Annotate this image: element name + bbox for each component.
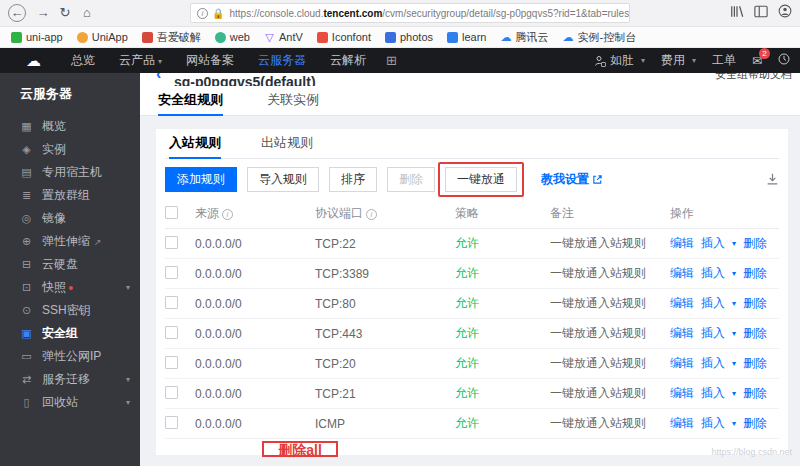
url-bar[interactable]: i 🔒 https://console.cloud.tencent.com/cv…	[190, 3, 630, 23]
detail-tab[interactable]: 关联实例	[267, 86, 319, 116]
billing-menu[interactable]: 费用 ▾	[661, 52, 696, 69]
forward-icon[interactable]: →	[32, 3, 54, 23]
import-rule-button[interactable]: 导入规则	[247, 167, 319, 192]
row-checkbox[interactable]	[165, 266, 178, 279]
open-all-ports-button[interactable]: 一键放通	[445, 167, 517, 192]
bookmark-item[interactable]: learn	[442, 29, 491, 45]
edit-link[interactable]: 编辑	[670, 265, 694, 282]
sidebar-item-ssh-key[interactable]: ⊙ SSH密钥	[0, 299, 140, 322]
nav-item[interactable]: 云产品▾	[107, 52, 174, 69]
delete-link[interactable]: 删除	[743, 355, 767, 372]
bookmark-item[interactable]: photos	[380, 29, 438, 45]
sidebar-item-overview[interactable]: ▦ 概览	[0, 115, 140, 138]
sidebar-item-security-group[interactable]: ▣ 安全组	[0, 322, 140, 345]
sidebar-item-images[interactable]: ◎ 镜像	[0, 207, 140, 230]
sidebar-item-instances[interactable]: ◈ 实例	[0, 138, 140, 161]
bookmark-item[interactable]: web	[210, 29, 255, 45]
insert-link[interactable]: 插入	[701, 385, 725, 402]
ticket-menu[interactable]: 工单	[712, 52, 736, 69]
info-icon[interactable]: i	[366, 209, 377, 220]
chevron-down-icon[interactable]: ▾	[732, 359, 736, 368]
sidebar-item-snapshot[interactable]: ⊡ 快照 ▾	[0, 276, 140, 299]
insert-link[interactable]: 插入	[701, 325, 725, 342]
row-checkbox[interactable]	[165, 296, 178, 309]
nav-item[interactable]: 网站备案	[174, 52, 246, 69]
chevron-down-icon[interactable]: ▾	[732, 329, 736, 338]
teach-me-link[interactable]: 教我设置	[541, 171, 603, 188]
info-icon[interactable]: i	[222, 209, 233, 220]
bookmark-label: photos	[400, 31, 433, 43]
info-icon[interactable]: i	[197, 8, 208, 19]
account-icon[interactable]	[778, 4, 792, 22]
back-icon[interactable]: ←	[8, 4, 26, 22]
sort-button[interactable]: 排序	[329, 167, 377, 192]
edit-link[interactable]: 编辑	[670, 355, 694, 372]
nav-item[interactable]: 云服务器	[246, 52, 318, 69]
sidebar-item-cloud-disk[interactable]: ⊟ 云硬盘	[0, 253, 140, 276]
bookmark-label: 实例-控制台	[577, 30, 636, 45]
row-checkbox[interactable]	[165, 356, 178, 369]
edit-link[interactable]: 编辑	[670, 415, 694, 432]
insert-link[interactable]: 插入	[701, 295, 725, 312]
library-icon[interactable]	[730, 4, 744, 22]
sidebar-item-placement-group[interactable]: ≣ 置放群组	[0, 184, 140, 207]
back-arrow-icon[interactable]: ‹	[156, 73, 161, 83]
delete-link[interactable]: 删除	[743, 265, 767, 282]
rule-tab[interactable]: 入站规则	[169, 129, 221, 159]
bookmark-item[interactable]: 吾爱破解	[137, 28, 206, 47]
delete-link[interactable]: 删除	[743, 415, 767, 432]
bookmark-item[interactable]: Iconfont	[312, 29, 376, 45]
bookmark-item[interactable]: ▽ AntV	[259, 29, 308, 45]
chevron-down-icon[interactable]: ▾	[732, 239, 736, 248]
sidebar-item-auto-scaling[interactable]: ⊕ 弹性伸缩 ↗	[0, 230, 140, 253]
edit-link[interactable]: 编辑	[670, 235, 694, 252]
edit-link[interactable]: 编辑	[670, 325, 694, 342]
sidebar-panel-icon[interactable]	[754, 4, 768, 22]
nav-item-label: 云解析	[330, 53, 366, 67]
insert-link[interactable]: 插入	[701, 415, 725, 432]
edit-link[interactable]: 编辑	[670, 295, 694, 312]
delete-link[interactable]: 删除	[743, 235, 767, 252]
bookmark-item[interactable]: ☁ 腾讯云	[495, 28, 553, 47]
chevron-down-icon[interactable]: ▾	[732, 299, 736, 308]
tencent-cloud-logo-icon[interactable]: ☁	[26, 52, 41, 70]
select-all-checkbox[interactable]	[165, 206, 178, 219]
history-clock-icon[interactable]	[778, 53, 790, 68]
add-rule-button[interactable]: 添加规则	[165, 167, 237, 192]
insert-link[interactable]: 插入	[701, 235, 725, 252]
bookmark-item[interactable]: UniApp	[72, 29, 133, 45]
bookmark-item[interactable]: ☁ 实例-控制台	[557, 28, 641, 47]
chevron-down-icon: ▾	[126, 283, 130, 292]
row-checkbox[interactable]	[165, 236, 178, 249]
home-icon[interactable]: ⌂	[76, 3, 98, 23]
row-checkbox[interactable]	[165, 386, 178, 399]
bookmark-item[interactable]: uni-app	[6, 29, 68, 45]
sidebar-item-migration[interactable]: ⇄ 服务迁移 ▾	[0, 368, 140, 391]
refresh-icon[interactable]: ↻	[54, 3, 76, 23]
chevron-down-icon[interactable]: ▾	[732, 419, 736, 428]
row-checkbox[interactable]	[165, 326, 178, 339]
rule-tab[interactable]: 出站规则	[261, 129, 313, 159]
chevron-down-icon[interactable]: ▾	[732, 389, 736, 398]
help-doc-link[interactable]: 安全组帮助文档	[715, 73, 792, 82]
chevron-down-icon[interactable]: ▾	[732, 269, 736, 278]
nav-item[interactable]: 总览	[59, 52, 107, 69]
sidebar-item-dedicated-host[interactable]: ▤ 专用宿主机	[0, 161, 140, 184]
insert-link[interactable]: 插入	[701, 355, 725, 372]
add-shortcut-icon[interactable]: ⊞	[378, 53, 405, 68]
nav-item[interactable]: 云解析	[318, 52, 378, 69]
download-icon[interactable]	[766, 173, 779, 186]
page-actions-icon[interactable]: ⋯	[629, 8, 630, 19]
delete-button[interactable]: 删除	[387, 167, 435, 192]
insert-link[interactable]: 插入	[701, 265, 725, 282]
delete-link[interactable]: 删除	[743, 385, 767, 402]
delete-link[interactable]: 删除	[743, 325, 767, 342]
edit-link[interactable]: 编辑	[670, 385, 694, 402]
account-menu[interactable]: 如肚 ▾	[594, 52, 645, 69]
detail-tab[interactable]: 安全组规则	[158, 86, 223, 116]
sidebar-item-recycle-bin[interactable]: ▯ 回收站 ▾	[0, 391, 140, 414]
sidebar-item-eip[interactable]: ▭ 弹性公网IP	[0, 345, 140, 368]
message-center[interactable]: ✉ 2	[752, 54, 762, 68]
row-checkbox[interactable]	[165, 416, 178, 429]
delete-link[interactable]: 删除	[743, 295, 767, 312]
